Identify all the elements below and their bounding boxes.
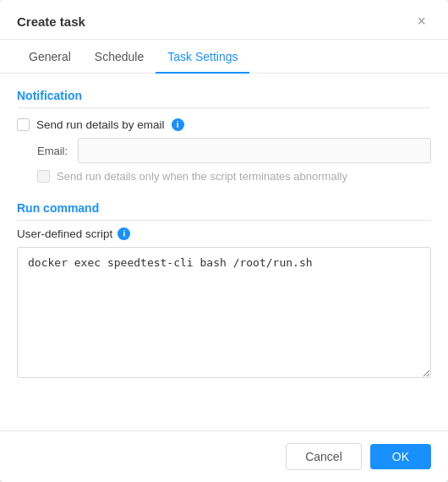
abnormal-checkbox: [37, 170, 50, 183]
script-label-row: User-defined script i: [17, 227, 431, 240]
send-email-checkbox[interactable]: [17, 118, 30, 131]
dialog-title: Create task: [17, 14, 85, 29]
script-label: User-defined script: [17, 227, 112, 240]
send-email-info-icon[interactable]: i: [172, 118, 184, 131]
send-email-label: Send run details by email: [36, 118, 165, 131]
dialog-header: Create task ×: [0, 0, 448, 40]
send-email-row: Send run details by email i: [17, 118, 431, 131]
tab-schedule[interactable]: Schedule: [83, 40, 156, 74]
dialog-footer: Cancel OK: [0, 430, 448, 482]
run-command-section-title: Run command: [17, 201, 431, 221]
script-info-icon[interactable]: i: [117, 227, 130, 240]
tab-general[interactable]: General: [17, 40, 83, 74]
email-input[interactable]: [78, 138, 431, 163]
notification-section-title: Notification: [17, 89, 431, 108]
tab-bar: General Schedule Task Settings: [0, 40, 448, 74]
dialog-body: Notification Send run details by email i…: [0, 74, 448, 430]
abnormal-row: Send run details only when the script te…: [37, 170, 431, 183]
create-task-dialog: Create task × General Schedule Task Sett…: [0, 0, 448, 482]
tab-task-settings[interactable]: Task Settings: [156, 40, 249, 74]
email-label: Email:: [37, 145, 71, 157]
cancel-button[interactable]: Cancel: [286, 443, 362, 470]
email-row: Email:: [37, 138, 431, 163]
abnormal-label: Send run details only when the script te…: [57, 170, 347, 183]
script-textarea[interactable]: [17, 247, 431, 378]
ok-button[interactable]: OK: [370, 444, 431, 469]
close-button[interactable]: ×: [412, 12, 431, 30]
